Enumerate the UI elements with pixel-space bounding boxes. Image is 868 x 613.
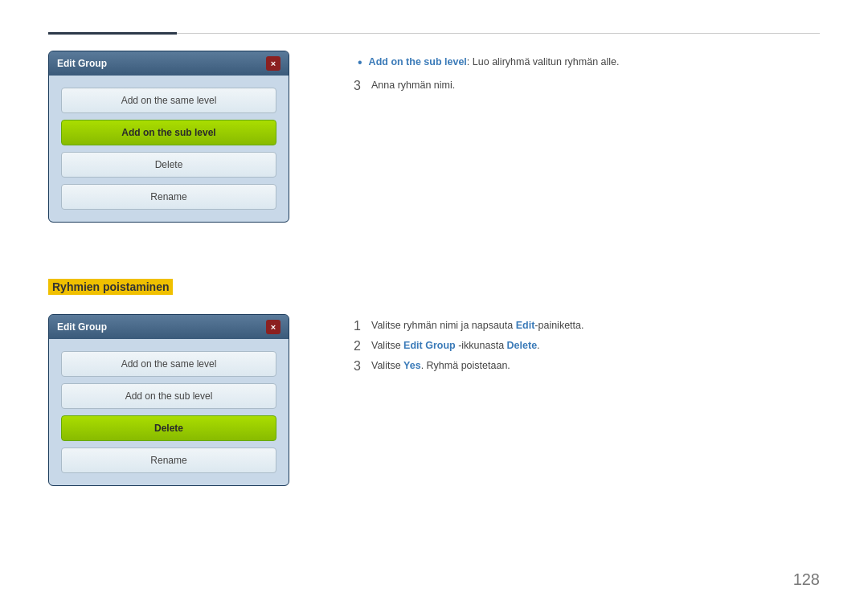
page-container: Edit Group × Add on the same level Add o… (0, 0, 868, 613)
section1-step: 3 Anna ryhmän nimi. (354, 78, 820, 93)
section1-link: Add on the sub level (369, 56, 467, 67)
section2-step3: 3 Valitse Yes. Ryhmä poistetaan. (354, 358, 820, 374)
dialog-btn-same-level-2[interactable]: Add on the same level (61, 351, 276, 377)
dialog-btn-delete-2[interactable]: Delete (61, 415, 276, 441)
edit-group-dialog-2: Edit Group × Add on the same level Add o… (48, 314, 289, 486)
section2-right: 1 Valitse ryhmän nimi ja napsauta Edit-p… (354, 314, 820, 486)
section1-bullet-text: Add on the sub level: Luo aliryhmä valit… (369, 55, 620, 70)
dialog-body-1: Add on the same level Add on the sub lev… (49, 76, 289, 222)
dialog-btn-same-level-1[interactable]: Add on the same level (61, 88, 276, 113)
top-rule (48, 32, 820, 35)
section1-step-number: 3 (354, 78, 371, 93)
section2-step2: 2 Valitse Edit Group -ikkunasta Delete. (354, 338, 820, 353)
bullet-icon-1: • (358, 55, 362, 72)
section1-bullet: • Add on the sub level: Luo aliryhmä val… (354, 55, 820, 72)
rule-light (177, 33, 820, 34)
section2-step1-number: 1 (354, 318, 371, 333)
section2-left: Edit Group × Add on the same level Add o… (48, 314, 321, 486)
section2-step2-link1: Edit Group (403, 340, 456, 351)
page-number: 128 (793, 570, 820, 589)
section2-step1: 1 Valitse ryhmän nimi ja napsauta Edit-p… (354, 318, 820, 333)
section2-step2-number: 2 (354, 338, 371, 353)
dialog-btn-rename-1[interactable]: Rename (61, 184, 276, 210)
section-separator (48, 255, 820, 279)
section2-step3-number: 3 (354, 358, 371, 374)
dialog-title-1: Edit Group (57, 58, 107, 69)
section1-step-text: Anna ryhmän nimi. (371, 78, 455, 93)
section2-row: Edit Group × Add on the same level Add o… (48, 314, 820, 486)
section2-step2-link2: Delete (507, 340, 538, 351)
section1-right: • Add on the sub level: Luo aliryhmä val… (354, 51, 820, 223)
section2-step3-text: Valitse Yes. Ryhmä poistetaan. (371, 358, 510, 374)
dialog-title-2: Edit Group (57, 321, 107, 333)
dialog-close-btn-2[interactable]: × (266, 320, 280, 334)
dialog-body-2: Add on the same level Add on the sub lev… (49, 339, 289, 485)
section1-row: Edit Group × Add on the same level Add o… (48, 51, 820, 223)
dialog-btn-delete-1[interactable]: Delete (61, 152, 276, 178)
dialog-titlebar-1: Edit Group × (49, 51, 289, 76)
section2-step1-link: Edit (516, 320, 535, 331)
dialog-close-btn-1[interactable]: × (266, 56, 280, 71)
section2-step2-text: Valitse Edit Group -ikkunasta Delete. (371, 338, 540, 353)
section1-bullet-suffix: : Luo aliryhmä valitun ryhmän alle. (467, 56, 620, 67)
dialog-btn-sub-level-1[interactable]: Add on the sub level (61, 120, 276, 145)
section2-step3-link: Yes (403, 360, 421, 371)
section2-step1-text: Valitse ryhmän nimi ja napsauta Edit-pai… (371, 318, 583, 333)
section1-left: Edit Group × Add on the same level Add o… (48, 51, 321, 223)
section2-title-row: Ryhmien poistaminen (48, 279, 820, 304)
dialog-btn-sub-level-2[interactable]: Add on the sub level (61, 383, 276, 409)
dialog-titlebar-2: Edit Group × (49, 315, 289, 339)
rule-dark (48, 32, 177, 35)
dialog-btn-rename-2[interactable]: Rename (61, 447, 276, 473)
edit-group-dialog-1: Edit Group × Add on the same level Add o… (48, 51, 289, 223)
section2-title: Ryhmien poistaminen (48, 279, 173, 295)
